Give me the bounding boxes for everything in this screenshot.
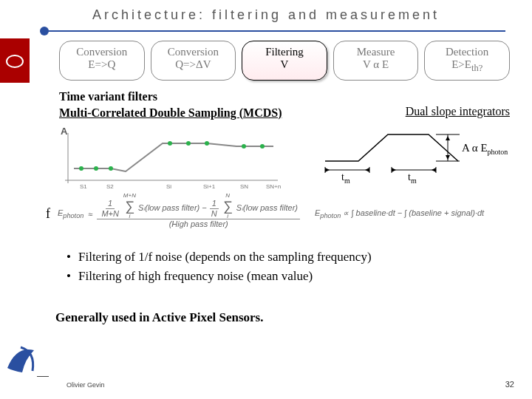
title-rule-line [44, 30, 505, 32]
chain-step-sub: Q=>ΔV [153, 58, 234, 71]
svg-marker-30 [446, 155, 450, 160]
svg-marker-20 [325, 168, 330, 172]
svg-text:SN+n: SN+n [266, 183, 281, 190]
dual-slope-diagram: tm tm A α Ephoton [318, 126, 510, 207]
svg-text:S2: S2 [106, 183, 114, 190]
footer-rule [37, 376, 49, 377]
chain-step-sub: E=>Q [61, 58, 143, 71]
tm-label-1: tm [341, 171, 350, 185]
chain-step-conversion-eq: Conversion E=>Q [59, 41, 145, 81]
svg-point-4 [109, 166, 113, 171]
svg-marker-25 [392, 168, 396, 172]
formula-row: f Ephoton ≈ 1 M+N ∑ M+N i Sᵢ(low pass fi… [46, 200, 510, 228]
svg-text:Si: Si [166, 183, 171, 190]
formula-lhs: Ephoton [58, 208, 83, 219]
svg-point-5 [168, 141, 172, 146]
processing-chain: Conversion E=>Q Conversion Q=>ΔV Filteri… [59, 41, 510, 81]
bullet-item: Filtering of 1/f noise (depends on the s… [66, 248, 502, 267]
closing-statement: Generally used in Active Pixel Sensors. [55, 310, 263, 325]
footer-page-number: 32 [505, 380, 514, 389]
chain-step-title: Detection [426, 46, 508, 58]
chain-step-title: Conversion [61, 46, 143, 58]
chain-step-sub: E>Eth? [426, 58, 508, 73]
amplitude-relation: A α Ephoton [462, 142, 508, 156]
chain-step-sub: V α E [335, 58, 417, 71]
svg-text:SN: SN [240, 183, 248, 190]
footer-author: Olivier Gevin [66, 381, 105, 389]
formula-rhs: Ephoton ∝ ∫ baseline·dt − ∫ (baseline + … [315, 208, 484, 219]
subheading-right: Dual slope integrators [406, 105, 510, 118]
svg-text:S1: S1 [80, 183, 87, 190]
svg-point-2 [79, 166, 83, 171]
svg-marker-29 [446, 136, 450, 140]
tm-label-2: tm [408, 171, 417, 185]
bullet-list: Filtering of 1/f noise (depends on the s… [66, 248, 502, 285]
bullet-item: Filtering of high frequency noise (mean … [66, 267, 502, 286]
chain-step-title: Measure [335, 46, 417, 58]
sigma-icon: ∑ M+N i [123, 200, 136, 213]
subheading-line1: Time variant filters [59, 89, 510, 105]
dual-slope-icon [318, 126, 510, 207]
slide-title: Architecture: filtering and measurement [0, 0, 532, 23]
org-logo-corner [3, 341, 38, 377]
chain-step-sub: V [244, 58, 325, 71]
svg-point-9 [260, 144, 265, 149]
svg-marker-19 [365, 168, 369, 172]
title-rule [44, 27, 505, 35]
mcds-waveform-icon: S1S2 SiSi+1 SNSN+n [59, 126, 281, 192]
formula-left-label: f [46, 206, 50, 222]
approx-sign: ≈ [88, 210, 92, 219]
chain-step-conversion-qv: Conversion Q=>ΔV [151, 41, 236, 81]
svg-point-7 [205, 141, 209, 146]
svg-point-6 [186, 141, 191, 146]
mcds-diagram: A S1S2 SiSi+1 SNSN+n [59, 126, 281, 192]
svg-point-3 [94, 166, 98, 171]
svg-marker-24 [432, 168, 436, 172]
svg-point-8 [242, 144, 246, 149]
chain-step-detection: Detection E>Eth? [424, 41, 510, 81]
fraction-1: 1 M+N ∑ M+N i Sᵢ(low pass filter) − 1 N … [97, 200, 300, 228]
chain-step-title: Conversion [153, 46, 234, 58]
chain-step-measure: Measure V α E [333, 41, 419, 81]
org-logo-left [0, 38, 30, 83]
svg-text:Si+1: Si+1 [203, 183, 216, 190]
sigma-icon: ∑ N i [222, 200, 234, 213]
chain-step-filtering: Filtering V [242, 41, 327, 81]
slide: Architecture: filtering and measurement … [0, 0, 532, 399]
subheadings: Time variant filters Multi-Correlated Do… [59, 89, 510, 120]
chain-step-title: Filtering [244, 46, 325, 58]
